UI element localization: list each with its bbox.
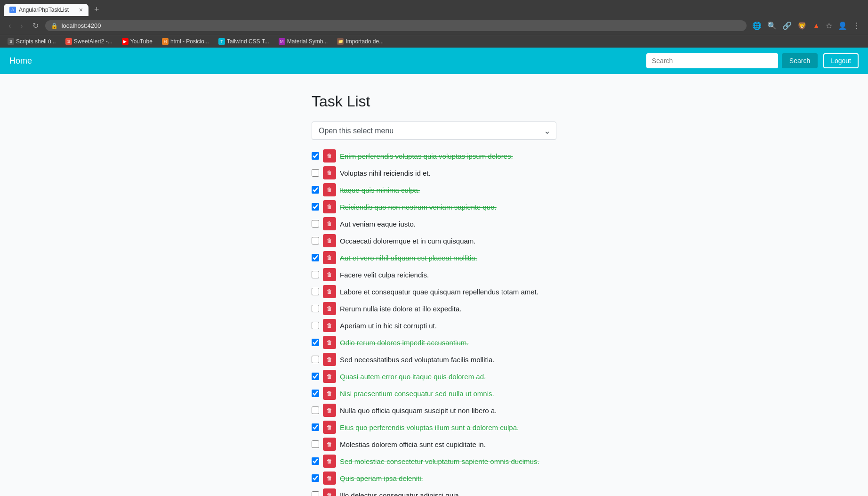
importado-favicon-icon: 📁 [337, 38, 344, 45]
task-checkbox[interactable] [312, 339, 319, 346]
task-checkbox[interactable] [312, 254, 319, 261]
task-item: 🗑Aut veniam eaque iusto. [312, 215, 556, 232]
task-container: Task List Open this select menuAllComple… [312, 93, 556, 496]
delete-task-button[interactable]: 🗑 [323, 387, 336, 400]
tab-close-icon[interactable]: × [79, 7, 83, 13]
delete-task-button[interactable]: 🗑 [323, 285, 336, 298]
task-checkbox[interactable] [312, 288, 319, 295]
delete-task-button[interactable]: 🗑 [323, 455, 336, 468]
translate-icon[interactable]: 🌐 [750, 19, 764, 32]
task-checkbox[interactable] [312, 423, 319, 431]
task-text: Illo delectus consequatur adipisci quia. [340, 491, 461, 496]
task-checkbox[interactable] [312, 203, 319, 211]
task-item: 🗑Occaecati doloremque et in cum quisquam… [312, 232, 556, 249]
task-text: Sed necessitatibus sed voluptatum facili… [340, 356, 495, 364]
delete-task-button[interactable]: 🗑 [323, 234, 336, 247]
search-button[interactable]: Search [782, 53, 818, 68]
active-tab[interactable]: A AngularPhpTaskList × [4, 4, 88, 16]
tab-favicon: A [9, 7, 16, 13]
delete-task-button[interactable]: 🗑 [323, 200, 336, 213]
delete-task-button[interactable]: 🗑 [323, 336, 336, 349]
forward-button[interactable]: › [17, 20, 25, 32]
lock-icon: 🔒 [51, 23, 58, 29]
task-text: Molestias dolorem officia sunt est cupid… [340, 440, 486, 448]
tab-title: AngularPhpTaskList [19, 7, 76, 13]
search-input[interactable] [646, 53, 778, 68]
task-checkbox[interactable] [312, 474, 319, 482]
sweetalert-favicon-icon: S [65, 38, 72, 45]
bookmark-sweetalert[interactable]: SSweetAlert2 -... [64, 37, 114, 46]
share-icon[interactable]: 🔗 [780, 19, 794, 32]
delete-task-button[interactable]: 🗑 [323, 319, 336, 332]
tab-bar: A AngularPhpTaskList × + [0, 0, 868, 16]
task-checkbox[interactable] [312, 390, 319, 397]
task-checkbox[interactable] [312, 491, 319, 496]
task-text: Quasi autem error quo itaque quis dolore… [340, 373, 486, 381]
logout-button[interactable]: Logout [823, 53, 859, 68]
address-text: localhost:4200 [62, 22, 741, 29]
task-checkbox[interactable] [312, 152, 319, 160]
task-checkbox[interactable] [312, 186, 319, 194]
reload-button[interactable]: ↻ [30, 19, 41, 32]
task-text: Voluptas nihil reiciendis id et. [340, 169, 431, 177]
nav-right-icons: 🌐 🔍 🔗 🦁 ▲ ☆ 👤 ⋮ [750, 19, 862, 32]
bookmark-importado[interactable]: 📁Importado de... [335, 37, 386, 46]
task-checkbox[interactable] [312, 440, 319, 448]
delete-task-button[interactable]: 🗑 [323, 183, 336, 196]
delete-task-button[interactable]: 🗑 [323, 251, 336, 264]
task-item: 🗑Molestias dolorem officia sunt est cupi… [312, 436, 556, 453]
page-title: Task List [312, 93, 556, 110]
task-checkbox[interactable] [312, 271, 319, 278]
delete-task-button[interactable]: 🗑 [323, 488, 336, 496]
delete-task-button[interactable]: 🗑 [323, 302, 336, 315]
task-checkbox[interactable] [312, 373, 319, 380]
delete-task-button[interactable]: 🗑 [323, 421, 336, 434]
bookmark-material[interactable]: MMaterial Symb... [277, 37, 330, 46]
delete-task-button[interactable]: 🗑 [323, 472, 336, 485]
delete-task-button[interactable]: 🗑 [323, 217, 336, 230]
task-item: 🗑Reiciendis quo non nostrum veniam sapie… [312, 198, 556, 215]
task-checkbox[interactable] [312, 169, 319, 177]
delete-task-button[interactable]: 🗑 [323, 268, 336, 281]
zoom-icon[interactable]: 🔍 [765, 19, 779, 32]
task-item: 🗑Aut et vero nihil aliquam est placeat m… [312, 249, 556, 266]
address-bar[interactable]: 🔒 localhost:4200 [45, 20, 747, 31]
task-item: 🗑Nulla quo officia quisquam suscipit ut … [312, 402, 556, 419]
task-text: Nulla quo officia quisquam suscipit ut n… [340, 407, 497, 415]
brave-icon[interactable]: 🦁 [796, 19, 809, 32]
task-checkbox[interactable] [312, 356, 319, 363]
settings-icon[interactable]: ⋮ [851, 19, 862, 32]
task-item: 🗑Illo delectus consequatur adipisci quia… [312, 487, 556, 496]
youtube-favicon-icon: ▶ [122, 38, 129, 45]
task-checkbox[interactable] [312, 407, 319, 414]
task-text: Facere velit culpa reiciendis. [340, 271, 429, 279]
delete-task-button[interactable]: 🗑 [323, 166, 336, 179]
task-checkbox[interactable] [312, 322, 319, 329]
bookmark-btn[interactable]: ☆ [824, 19, 834, 32]
delete-task-button[interactable]: 🗑 [323, 149, 336, 163]
bookmark-html[interactable]: Hhtml - Posicio... [160, 37, 211, 46]
task-checkbox[interactable] [312, 237, 319, 244]
extension-icon[interactable]: ▲ [811, 20, 822, 32]
bookmark-youtube[interactable]: ▶YouTube [120, 37, 154, 46]
delete-task-button[interactable]: 🗑 [323, 353, 336, 366]
task-checkbox[interactable] [312, 457, 319, 465]
material-favicon-icon: M [279, 38, 285, 45]
filter-select[interactable]: Open this select menuAllCompletedPending [312, 122, 556, 140]
app-navbar: Home Search Logout [0, 48, 868, 74]
task-item: 🗑Odio rerum dolores impedit accusantium. [312, 334, 556, 351]
task-checkbox[interactable] [312, 305, 319, 312]
task-text: Rerum nulla iste dolore at illo expedita… [340, 305, 461, 313]
delete-task-button[interactable]: 🗑 [323, 404, 336, 417]
delete-task-button[interactable]: 🗑 [323, 438, 336, 451]
delete-task-button[interactable]: 🗑 [323, 370, 336, 383]
bookmark-tailwind[interactable]: TTailwind CSS T... [217, 37, 271, 46]
task-item: 🗑Enim perferendis voluptas quia voluptas… [312, 147, 556, 164]
task-item: 🗑Facere velit culpa reiciendis. [312, 266, 556, 283]
task-item: 🗑Nisi praesentium consequatur sed nulla … [312, 385, 556, 402]
new-tab-button[interactable]: + [90, 3, 103, 16]
bookmark-scripts[interactable]: SScripts shell ú... [6, 37, 58, 46]
task-checkbox[interactable] [312, 220, 319, 228]
profile-icon[interactable]: 👤 [836, 19, 849, 32]
back-button[interactable]: ‹ [6, 20, 14, 32]
